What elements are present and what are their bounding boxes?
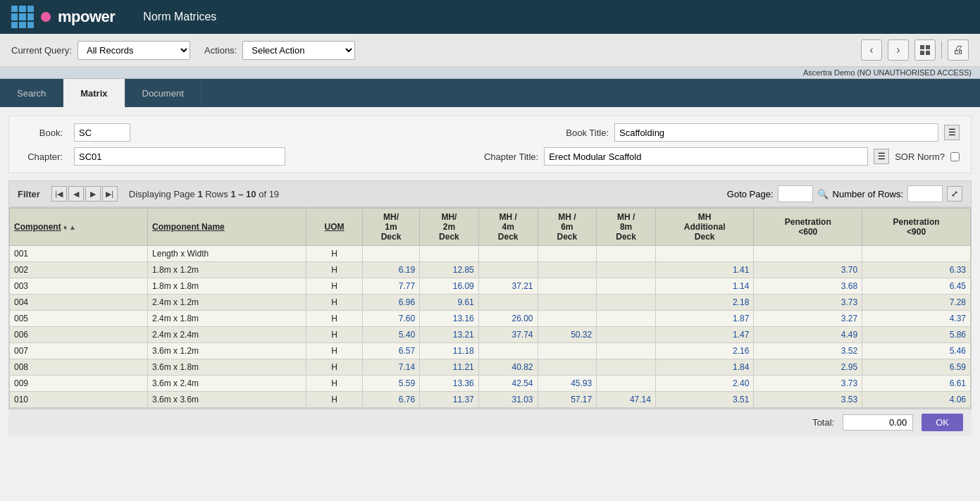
current-query-select[interactable]: All Records: [77, 41, 190, 60]
cell-mh_add: 1.47: [655, 327, 753, 343]
cell-pen_900: 6.33: [862, 262, 971, 278]
content-area: Book: Book Title: ☰ Chapter: Chapter Tit…: [0, 107, 980, 444]
col-pen-600: Penetration<600: [754, 209, 862, 246]
col-mh-1m: MH/1mDeck: [362, 209, 419, 246]
cell-mh_add: 1.14: [655, 278, 753, 295]
logo-dot-icon: [41, 12, 51, 22]
cell-mh_6m: 45.93: [538, 376, 597, 392]
app-header: mpower Norm Matrices: [0, 0, 980, 34]
data-table: Component ♦ ▲ Component Name UOM MH/1mDe…: [9, 208, 971, 408]
component-name-sort-link[interactable]: Component Name: [152, 222, 225, 232]
cell-mh_add: 1.41: [655, 262, 753, 278]
nav-forward-button[interactable]: ›: [888, 39, 909, 61]
col-mh-additional: MHAdditionalDeck: [655, 209, 753, 246]
tab-matrix[interactable]: Matrix: [63, 79, 125, 107]
total-label: Total:: [812, 417, 834, 428]
col-uom[interactable]: UOM: [306, 209, 363, 246]
cell-mh_8m: [597, 246, 656, 262]
component-sort-icon: ♦ ▲: [63, 223, 76, 231]
col-mh-8m: MH /8mDeck: [597, 209, 656, 246]
actions-select[interactable]: Select Action: [242, 41, 355, 60]
book-title-input[interactable]: [614, 123, 938, 142]
cell-pen_600: 2.95: [754, 359, 862, 376]
pagination-nav: |◀ ◀ ▶ ▶|: [51, 186, 118, 202]
cell-mh_4m: 42.54: [478, 376, 538, 392]
cell-mh_6m: [538, 262, 597, 278]
cell-pen_900: 6.61: [862, 376, 971, 392]
cell-uom: H: [306, 295, 363, 311]
chapter-title-icon-button[interactable]: ☰: [874, 149, 889, 164]
form-section: Book: Book Title: ☰ Chapter: Chapter Tit…: [8, 116, 972, 173]
tab-document-label: Document: [142, 88, 184, 99]
print-button[interactable]: 🖨: [948, 39, 969, 61]
cell-mh_4m: [478, 295, 538, 311]
nav-back-button[interactable]: ‹: [861, 39, 882, 61]
form-row-book: Book: Book Title: ☰: [20, 123, 960, 142]
sor-norm-checkbox[interactable]: [950, 152, 960, 161]
goto-input[interactable]: [778, 185, 813, 202]
book-input[interactable]: [74, 123, 130, 142]
cell-pen_600: 3.70: [754, 262, 862, 278]
cell-pen_900: 5.46: [862, 343, 971, 359]
access-message: Ascertra Demo (NO UNAUTHORISED ACCESS): [803, 68, 972, 77]
tab-search[interactable]: Search: [0, 79, 63, 107]
tabs-bar: Search Matrix Document: [0, 79, 980, 107]
cell-pen_600: 3.73: [754, 376, 862, 392]
next-page-button[interactable]: ▶: [85, 186, 101, 202]
footer-bar: Total: 0.00 OK: [8, 409, 972, 435]
grid-view-button[interactable]: [914, 39, 936, 61]
cell-uom: H: [306, 311, 363, 327]
book-title-group: Book Title: ☰: [566, 123, 960, 142]
cell-mh_add: 3.51: [655, 392, 753, 408]
cell-mh_add: 2.18: [655, 295, 753, 311]
cell-mh_add: 2.40: [655, 376, 753, 392]
cell-pen_900: 6.45: [862, 278, 971, 295]
first-page-button[interactable]: |◀: [51, 186, 67, 202]
ok-button[interactable]: OK: [922, 414, 963, 431]
svg-rect-3: [926, 51, 930, 55]
cell-mh_2m: 13.36: [420, 376, 479, 392]
filter-bar: Filter |◀ ◀ ▶ ▶| Displaying Page 1 Rows …: [8, 180, 972, 207]
form-row-chapter: Chapter: Chapter Title: ☰ SOR Norm?: [20, 147, 960, 166]
cell-mh_4m: 37.74: [478, 327, 538, 343]
cell-mh_6m: [538, 246, 597, 262]
col-pen-900: Penetration<900: [862, 209, 971, 246]
tab-document[interactable]: Document: [125, 79, 201, 107]
cell-name: 2.4m x 1.8m: [148, 311, 306, 327]
svg-rect-1: [926, 45, 930, 49]
chapter-input[interactable]: [74, 147, 285, 166]
cell-mh_8m: [597, 262, 656, 278]
book-label: Book:: [20, 128, 63, 138]
table-row: 0062.4m x 2.4mH5.4013.2137.7450.321.474.…: [10, 327, 971, 343]
prev-page-button[interactable]: ◀: [68, 186, 84, 202]
cell-pen_900: 5.86: [862, 327, 971, 343]
cell-uom: H: [306, 278, 363, 295]
current-query-group: Current Query: All Records: [11, 41, 190, 60]
cell-mh_6m: [538, 295, 597, 311]
component-sort-link[interactable]: Component: [14, 222, 61, 232]
cell-mh_4m: 40.82: [478, 359, 538, 376]
book-title-icon-button[interactable]: ☰: [944, 125, 960, 140]
cell-mh_2m: 13.16: [420, 311, 479, 327]
uom-sort-link[interactable]: UOM: [325, 222, 345, 232]
table-row: 0103.6m x 3.6mH6.7611.3731.0357.1747.143…: [10, 392, 971, 408]
col-component[interactable]: Component ♦ ▲: [10, 209, 148, 246]
last-page-button[interactable]: ▶|: [102, 186, 118, 202]
toolbar-icons: ‹ › 🖨: [861, 39, 969, 61]
cell-pen_600: 3.52: [754, 343, 862, 359]
cell-mh_4m: 26.00: [478, 311, 538, 327]
cell-mh_4m: [478, 262, 538, 278]
cell-mh_8m: [597, 278, 656, 295]
cell-mh_2m: 11.21: [420, 359, 479, 376]
cell-uom: H: [306, 262, 363, 278]
num-rows-input[interactable]: [907, 185, 943, 202]
col-component-name[interactable]: Component Name: [148, 209, 306, 246]
logo-text: mpower: [58, 8, 115, 26]
cell-pen_900: [862, 246, 971, 262]
cell-pen_900: 6.59: [862, 359, 971, 376]
expand-icon-button[interactable]: ⤢: [947, 186, 962, 202]
cell-mh_4m: 31.03: [478, 392, 538, 408]
goto-group: Goto Page: 🔍 Number of Rows: ⤢: [727, 185, 962, 202]
chapter-title-input[interactable]: [544, 147, 868, 166]
cell-uom: H: [306, 343, 363, 359]
